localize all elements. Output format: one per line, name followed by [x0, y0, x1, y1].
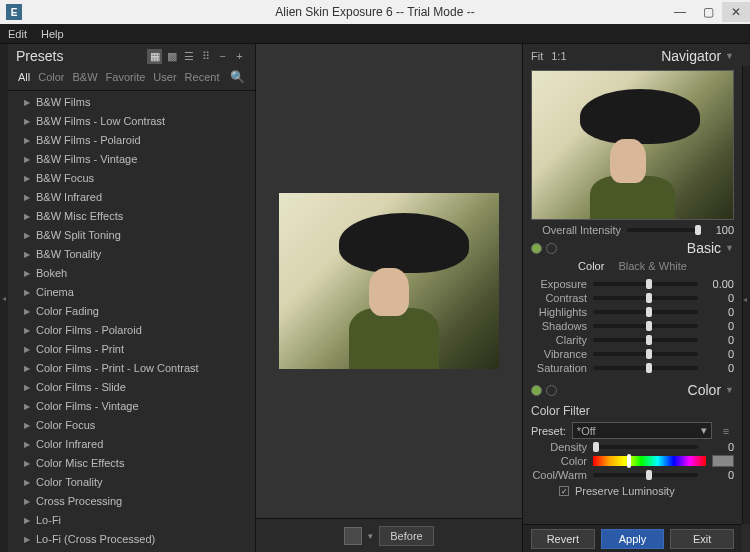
filter-user[interactable]: User — [153, 71, 176, 83]
preset-group[interactable]: ▶Color Misc Effects — [8, 454, 255, 473]
remove-preset-icon[interactable]: − — [215, 49, 230, 64]
preset-group[interactable]: ▶B&W Films - Low Contrast — [8, 112, 255, 131]
preset-group[interactable]: ▶B&W Misc Effects — [8, 207, 255, 226]
preset-group[interactable]: ▶Color Films - Polaroid — [8, 321, 255, 340]
preset-group-label: Color Films - Vintage — [36, 399, 139, 414]
basic-enable-toggle[interactable] — [531, 243, 542, 254]
preserve-luminosity-checkbox[interactable]: ✓ Preserve Luminosity — [531, 483, 734, 497]
filter-bw[interactable]: B&W — [73, 71, 98, 83]
image-canvas[interactable] — [256, 44, 522, 518]
preset-group[interactable]: ▶Color Films - Print — [8, 340, 255, 359]
before-button[interactable]: Before — [379, 526, 433, 546]
footer-buttons: Revert Apply Exit — [523, 524, 742, 552]
preset-group[interactable]: ▶Color Films - Vintage — [8, 397, 255, 416]
mode-color-tab[interactable]: Color — [578, 260, 604, 272]
filter-favorite[interactable]: Favorite — [106, 71, 146, 83]
preset-group-label: Color Films - Slide — [36, 380, 126, 395]
basic-slider[interactable] — [593, 282, 698, 286]
disclosure-triangle-icon: ▶ — [24, 95, 30, 110]
color-preset-select[interactable]: *Off ▾ — [572, 422, 712, 439]
view-small-grid-icon[interactable]: ▩ — [164, 49, 179, 64]
color-hue-slider[interactable] — [593, 456, 706, 466]
preset-group[interactable]: ▶Color Tonality — [8, 473, 255, 492]
density-slider[interactable] — [593, 445, 698, 449]
zoom-1to1[interactable]: 1:1 — [551, 50, 566, 62]
menu-edit[interactable]: Edit — [8, 28, 27, 40]
filter-color[interactable]: Color — [38, 71, 64, 83]
color-enable-toggle[interactable] — [531, 385, 542, 396]
color-reset-icon[interactable] — [546, 385, 557, 396]
view-large-grid-icon[interactable]: ▦ — [147, 49, 162, 64]
preset-group[interactable]: ▶Color Infrared — [8, 435, 255, 454]
disclosure-triangle-icon: ▶ — [24, 266, 30, 281]
preset-group[interactable]: ▶B&W Split Toning — [8, 226, 255, 245]
preset-group[interactable]: ▶B&W Tonality — [8, 245, 255, 264]
preset-group[interactable]: ▶B&W Films - Vintage — [8, 150, 255, 169]
maximize-button[interactable]: ▢ — [694, 2, 722, 22]
color-collapse-icon[interactable]: ▼ — [725, 385, 734, 395]
apply-button[interactable]: Apply — [601, 529, 665, 549]
preset-group[interactable]: ▶Lo-Fi — [8, 511, 255, 530]
overall-intensity-label: Overall Intensity — [531, 224, 621, 236]
preset-group[interactable]: ▶Color Films - Slide — [8, 378, 255, 397]
preset-list[interactable]: ▶B&W Films▶B&W Films - Low Contrast▶B&W … — [8, 91, 255, 552]
color-section-header[interactable]: Color ▼ — [531, 382, 734, 398]
preset-group[interactable]: ▶Cinema — [8, 283, 255, 302]
slider-value: 0 — [704, 362, 734, 374]
preset-group[interactable]: ▶Lo-Fi (Cross Processed) — [8, 530, 255, 549]
window-titlebar: E Alien Skin Exposure 6 -- Trial Mode --… — [0, 0, 750, 24]
overall-intensity-slider[interactable] — [627, 228, 698, 232]
minimize-button[interactable]: — — [666, 2, 694, 22]
basic-section-header[interactable]: Basic ▼ — [531, 240, 734, 256]
preset-group[interactable]: ▶B&W Focus — [8, 169, 255, 188]
preset-group[interactable]: ▶Cross Processing — [8, 492, 255, 511]
navigator-thumbnail[interactable] — [531, 70, 734, 220]
slider-value: 0 — [704, 292, 734, 304]
color-preset-label: Preset: — [531, 425, 566, 437]
background-swatch[interactable] — [344, 527, 362, 545]
basic-reset-icon[interactable] — [546, 243, 557, 254]
filter-recent[interactable]: Recent — [185, 71, 220, 83]
preset-group[interactable]: ▶Color Fading — [8, 302, 255, 321]
mode-bw-tab[interactable]: Black & White — [618, 260, 686, 272]
basic-slider[interactable] — [593, 352, 698, 356]
basic-slider[interactable] — [593, 310, 698, 314]
view-list-icon[interactable]: ☰ — [181, 49, 196, 64]
zoom-fit[interactable]: Fit — [531, 50, 543, 62]
navigator-collapse-icon[interactable]: ▼ — [725, 51, 734, 61]
add-preset-icon[interactable]: + — [232, 49, 247, 64]
presets-heading: Presets — [16, 48, 147, 64]
preset-group[interactable]: ▶Bokeh — [8, 264, 255, 283]
disclosure-triangle-icon: ▶ — [24, 323, 30, 338]
color-swatch[interactable] — [712, 455, 734, 467]
exit-button[interactable]: Exit — [670, 529, 734, 549]
coolwarm-slider[interactable] — [593, 473, 698, 477]
filter-all[interactable]: All — [18, 71, 30, 83]
density-label: Density — [531, 441, 587, 453]
swatch-dropdown-icon[interactable]: ▾ — [368, 531, 373, 541]
basic-collapse-icon[interactable]: ▼ — [725, 243, 734, 253]
basic-slider[interactable] — [593, 296, 698, 300]
preset-group[interactable]: ▶B&W Infrared — [8, 188, 255, 207]
color-filter-subheading: Color Filter — [531, 400, 734, 420]
right-panel-collapse[interactable] — [742, 66, 750, 524]
close-button[interactable]: ✕ — [722, 2, 750, 22]
color-preset-menu-icon[interactable]: ≡ — [718, 425, 734, 437]
preset-group-label: Cinema — [36, 285, 74, 300]
preset-group[interactable]: ▶Color Films - Print - Low Contrast — [8, 359, 255, 378]
basic-slider[interactable] — [593, 366, 698, 370]
preset-group[interactable]: ▶B&W Films - Polaroid — [8, 131, 255, 150]
revert-button[interactable]: Revert — [531, 529, 595, 549]
basic-slider[interactable] — [593, 324, 698, 328]
left-panel-collapse[interactable]: ◂ — [0, 44, 8, 552]
preset-view-switcher: ▦ ▩ ☰ ⠿ − + — [147, 49, 247, 64]
preset-group-label: Color Tonality — [36, 475, 102, 490]
basic-slider[interactable] — [593, 338, 698, 342]
search-icon[interactable]: 🔍 — [230, 70, 245, 84]
checkbox-icon: ✓ — [559, 486, 569, 496]
view-compact-icon[interactable]: ⠿ — [198, 49, 213, 64]
preset-filter-row: All Color B&W Favorite User Recent 🔍 — [8, 66, 255, 91]
menu-help[interactable]: Help — [41, 28, 64, 40]
preset-group[interactable]: ▶Color Focus — [8, 416, 255, 435]
preset-group[interactable]: ▶B&W Films — [8, 93, 255, 112]
